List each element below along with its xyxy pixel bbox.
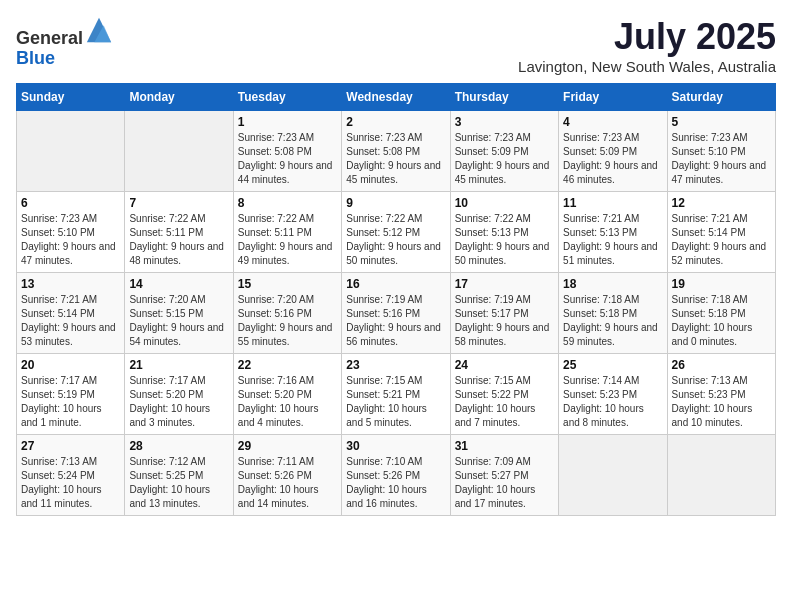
day-number: 19 <box>672 277 771 291</box>
calendar-cell: 24Sunrise: 7:15 AMSunset: 5:22 PMDayligh… <box>450 354 558 435</box>
day-header-wednesday: Wednesday <box>342 84 450 111</box>
calendar-week-row: 13Sunrise: 7:21 AMSunset: 5:14 PMDayligh… <box>17 273 776 354</box>
day-number: 21 <box>129 358 228 372</box>
calendar-week-row: 27Sunrise: 7:13 AMSunset: 5:24 PMDayligh… <box>17 435 776 516</box>
calendar-cell: 19Sunrise: 7:18 AMSunset: 5:18 PMDayligh… <box>667 273 775 354</box>
day-detail: Sunrise: 7:14 AMSunset: 5:23 PMDaylight:… <box>563 374 662 430</box>
calendar-cell: 31Sunrise: 7:09 AMSunset: 5:27 PMDayligh… <box>450 435 558 516</box>
calendar-cell: 22Sunrise: 7:16 AMSunset: 5:20 PMDayligh… <box>233 354 341 435</box>
day-header-monday: Monday <box>125 84 233 111</box>
day-detail: Sunrise: 7:11 AMSunset: 5:26 PMDaylight:… <box>238 455 337 511</box>
day-detail: Sunrise: 7:17 AMSunset: 5:19 PMDaylight:… <box>21 374 120 430</box>
page-header: General Blue July 2025 Lavington, New So… <box>16 16 776 75</box>
day-detail: Sunrise: 7:20 AMSunset: 5:16 PMDaylight:… <box>238 293 337 349</box>
day-number: 8 <box>238 196 337 210</box>
day-number: 22 <box>238 358 337 372</box>
logo-icon <box>85 16 113 44</box>
day-detail: Sunrise: 7:20 AMSunset: 5:15 PMDaylight:… <box>129 293 228 349</box>
day-number: 16 <box>346 277 445 291</box>
day-number: 13 <box>21 277 120 291</box>
calendar-cell: 23Sunrise: 7:15 AMSunset: 5:21 PMDayligh… <box>342 354 450 435</box>
location-subtitle: Lavington, New South Wales, Australia <box>518 58 776 75</box>
day-detail: Sunrise: 7:19 AMSunset: 5:17 PMDaylight:… <box>455 293 554 349</box>
day-number: 9 <box>346 196 445 210</box>
day-number: 14 <box>129 277 228 291</box>
calendar-cell: 15Sunrise: 7:20 AMSunset: 5:16 PMDayligh… <box>233 273 341 354</box>
day-detail: Sunrise: 7:18 AMSunset: 5:18 PMDaylight:… <box>563 293 662 349</box>
day-detail: Sunrise: 7:15 AMSunset: 5:21 PMDaylight:… <box>346 374 445 430</box>
day-number: 15 <box>238 277 337 291</box>
calendar-cell: 10Sunrise: 7:22 AMSunset: 5:13 PMDayligh… <box>450 192 558 273</box>
calendar-cell: 18Sunrise: 7:18 AMSunset: 5:18 PMDayligh… <box>559 273 667 354</box>
calendar-cell: 21Sunrise: 7:17 AMSunset: 5:20 PMDayligh… <box>125 354 233 435</box>
calendar-week-row: 1Sunrise: 7:23 AMSunset: 5:08 PMDaylight… <box>17 111 776 192</box>
day-number: 7 <box>129 196 228 210</box>
calendar-cell <box>17 111 125 192</box>
day-number: 23 <box>346 358 445 372</box>
day-detail: Sunrise: 7:23 AMSunset: 5:10 PMDaylight:… <box>672 131 771 187</box>
day-number: 31 <box>455 439 554 453</box>
month-year-title: July 2025 <box>518 16 776 58</box>
day-detail: Sunrise: 7:21 AMSunset: 5:14 PMDaylight:… <box>672 212 771 268</box>
day-number: 20 <box>21 358 120 372</box>
calendar-table: SundayMondayTuesdayWednesdayThursdayFrid… <box>16 83 776 516</box>
calendar-cell <box>559 435 667 516</box>
day-detail: Sunrise: 7:22 AMSunset: 5:13 PMDaylight:… <box>455 212 554 268</box>
calendar-cell: 11Sunrise: 7:21 AMSunset: 5:13 PMDayligh… <box>559 192 667 273</box>
day-detail: Sunrise: 7:13 AMSunset: 5:23 PMDaylight:… <box>672 374 771 430</box>
day-detail: Sunrise: 7:12 AMSunset: 5:25 PMDaylight:… <box>129 455 228 511</box>
day-detail: Sunrise: 7:10 AMSunset: 5:26 PMDaylight:… <box>346 455 445 511</box>
calendar-week-row: 6Sunrise: 7:23 AMSunset: 5:10 PMDaylight… <box>17 192 776 273</box>
calendar-cell: 27Sunrise: 7:13 AMSunset: 5:24 PMDayligh… <box>17 435 125 516</box>
day-detail: Sunrise: 7:18 AMSunset: 5:18 PMDaylight:… <box>672 293 771 349</box>
calendar-cell: 6Sunrise: 7:23 AMSunset: 5:10 PMDaylight… <box>17 192 125 273</box>
day-detail: Sunrise: 7:16 AMSunset: 5:20 PMDaylight:… <box>238 374 337 430</box>
day-number: 5 <box>672 115 771 129</box>
logo-general: General <box>16 28 83 48</box>
calendar-cell: 2Sunrise: 7:23 AMSunset: 5:08 PMDaylight… <box>342 111 450 192</box>
calendar-cell: 25Sunrise: 7:14 AMSunset: 5:23 PMDayligh… <box>559 354 667 435</box>
calendar-cell: 13Sunrise: 7:21 AMSunset: 5:14 PMDayligh… <box>17 273 125 354</box>
day-number: 10 <box>455 196 554 210</box>
day-number: 6 <box>21 196 120 210</box>
day-detail: Sunrise: 7:22 AMSunset: 5:12 PMDaylight:… <box>346 212 445 268</box>
calendar-cell: 17Sunrise: 7:19 AMSunset: 5:17 PMDayligh… <box>450 273 558 354</box>
calendar-cell: 7Sunrise: 7:22 AMSunset: 5:11 PMDaylight… <box>125 192 233 273</box>
day-number: 2 <box>346 115 445 129</box>
day-detail: Sunrise: 7:09 AMSunset: 5:27 PMDaylight:… <box>455 455 554 511</box>
calendar-cell: 12Sunrise: 7:21 AMSunset: 5:14 PMDayligh… <box>667 192 775 273</box>
calendar-week-row: 20Sunrise: 7:17 AMSunset: 5:19 PMDayligh… <box>17 354 776 435</box>
day-number: 29 <box>238 439 337 453</box>
calendar-cell: 26Sunrise: 7:13 AMSunset: 5:23 PMDayligh… <box>667 354 775 435</box>
day-detail: Sunrise: 7:23 AMSunset: 5:08 PMDaylight:… <box>346 131 445 187</box>
day-detail: Sunrise: 7:23 AMSunset: 5:09 PMDaylight:… <box>455 131 554 187</box>
calendar-cell: 28Sunrise: 7:12 AMSunset: 5:25 PMDayligh… <box>125 435 233 516</box>
day-detail: Sunrise: 7:19 AMSunset: 5:16 PMDaylight:… <box>346 293 445 349</box>
calendar-cell: 4Sunrise: 7:23 AMSunset: 5:09 PMDaylight… <box>559 111 667 192</box>
calendar-cell: 1Sunrise: 7:23 AMSunset: 5:08 PMDaylight… <box>233 111 341 192</box>
day-header-saturday: Saturday <box>667 84 775 111</box>
day-detail: Sunrise: 7:23 AMSunset: 5:09 PMDaylight:… <box>563 131 662 187</box>
calendar-cell: 30Sunrise: 7:10 AMSunset: 5:26 PMDayligh… <box>342 435 450 516</box>
day-number: 17 <box>455 277 554 291</box>
day-number: 4 <box>563 115 662 129</box>
calendar-cell: 8Sunrise: 7:22 AMSunset: 5:11 PMDaylight… <box>233 192 341 273</box>
calendar-cell: 16Sunrise: 7:19 AMSunset: 5:16 PMDayligh… <box>342 273 450 354</box>
day-number: 12 <box>672 196 771 210</box>
day-detail: Sunrise: 7:17 AMSunset: 5:20 PMDaylight:… <box>129 374 228 430</box>
calendar-cell: 5Sunrise: 7:23 AMSunset: 5:10 PMDaylight… <box>667 111 775 192</box>
day-number: 30 <box>346 439 445 453</box>
day-detail: Sunrise: 7:23 AMSunset: 5:10 PMDaylight:… <box>21 212 120 268</box>
day-number: 24 <box>455 358 554 372</box>
day-number: 11 <box>563 196 662 210</box>
calendar-cell: 29Sunrise: 7:11 AMSunset: 5:26 PMDayligh… <box>233 435 341 516</box>
calendar-cell <box>667 435 775 516</box>
day-detail: Sunrise: 7:21 AMSunset: 5:14 PMDaylight:… <box>21 293 120 349</box>
day-detail: Sunrise: 7:13 AMSunset: 5:24 PMDaylight:… <box>21 455 120 511</box>
day-header-thursday: Thursday <box>450 84 558 111</box>
calendar-cell: 14Sunrise: 7:20 AMSunset: 5:15 PMDayligh… <box>125 273 233 354</box>
day-detail: Sunrise: 7:21 AMSunset: 5:13 PMDaylight:… <box>563 212 662 268</box>
day-header-sunday: Sunday <box>17 84 125 111</box>
day-detail: Sunrise: 7:23 AMSunset: 5:08 PMDaylight:… <box>238 131 337 187</box>
day-number: 1 <box>238 115 337 129</box>
